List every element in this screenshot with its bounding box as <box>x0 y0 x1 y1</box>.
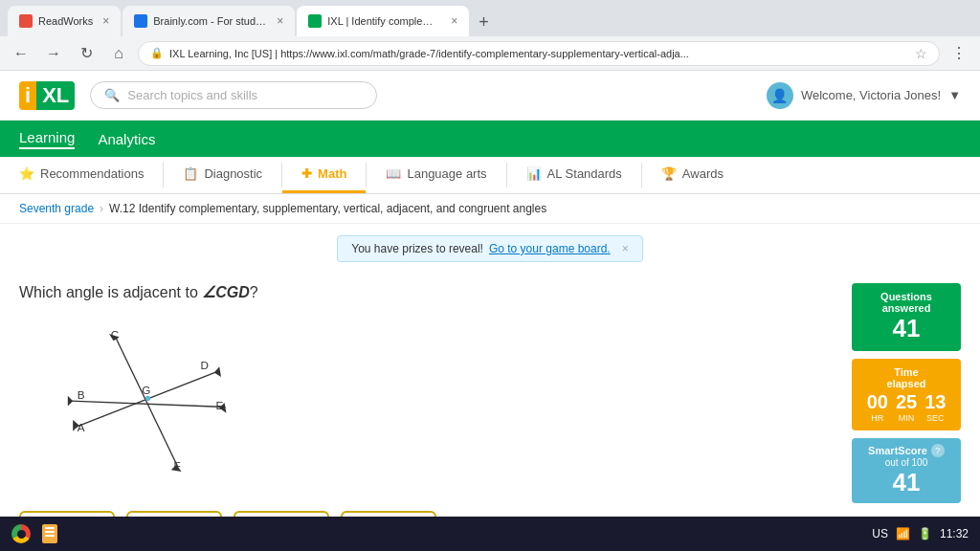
search-placeholder: Search topics and skills <box>127 88 257 102</box>
smart-score-sub: out of 100 <box>859 457 953 468</box>
address-bar[interactable]: 🔒 IXL Learning, Inc [US] | https://www.i… <box>138 41 940 66</box>
breadcrumb-current: W.12 Identify complementary, supplementa… <box>109 202 546 215</box>
math-icon: ✚ <box>301 166 312 181</box>
awards-label: Awards <box>682 166 724 181</box>
hours-unit: 00 HR <box>867 391 888 423</box>
bookmark-icon[interactable]: ☆ <box>915 46 927 61</box>
minutes-unit: 25 MIN <box>896 391 917 423</box>
questions-label: Questions <box>859 291 953 302</box>
sub-nav-recommendations[interactable]: ⭐ Recommendations <box>0 157 163 193</box>
docs-line-3 <box>45 535 55 537</box>
breadcrumb: Seventh grade › W.12 Identify complement… <box>0 194 980 224</box>
search-bar[interactable]: 🔍 Search topics and skills <box>90 81 377 109</box>
sub-nav: ⭐ Recommendations 📋 Diagnostic ✚ Math 📖 … <box>0 157 980 194</box>
stats-panel: Questions answered 41 Time elapsed 00 HR… <box>836 274 961 551</box>
answered-label: answered <box>859 302 953 314</box>
chrome-inner-taskbar <box>17 530 26 539</box>
smart-score-box: SmartScore ? out of 100 41 <box>852 438 961 503</box>
time-elapsed-box: Time elapsed 00 HR 25 MIN 13 SEC <box>852 359 961 430</box>
network-icon: 📶 <box>896 527 910 540</box>
extensions-button[interactable]: ⋮ <box>946 40 972 67</box>
breadcrumb-separator: › <box>100 202 103 215</box>
nav-analytics[interactable]: Analytics <box>98 131 155 147</box>
hours-value: 00 <box>867 391 888 413</box>
browser-controls: ← → ↻ ⌂ 🔒 IXL Learning, Inc [US] | https… <box>0 36 980 71</box>
question-area: Which angle is adjacent to ∠CGD? C D E B… <box>19 274 836 551</box>
sub-nav-math[interactable]: ✚ Math <box>282 157 366 193</box>
diagnostic-icon: 📋 <box>183 166 198 181</box>
smart-score-label: SmartScore <box>868 445 927 456</box>
arrow-d <box>214 366 221 377</box>
questions-value: 41 <box>859 314 953 343</box>
seconds-label: SEC <box>924 413 946 423</box>
new-tab-button[interactable]: + <box>471 9 497 36</box>
al-standards-label: AL Standards <box>547 166 622 181</box>
chrome-taskbar-icon <box>11 524 31 543</box>
tab-brainly[interactable]: Brainly.com - For students. By s × <box>122 6 295 36</box>
smart-info-icon[interactable]: ? <box>931 444 945 457</box>
forward-button[interactable]: → <box>40 40 67 67</box>
user-dropdown-icon[interactable]: ▼ <box>948 88 961 102</box>
user-area: 👤 Welcome, Victoria Jones! ▼ <box>767 82 961 109</box>
nav-learning[interactable]: Learning <box>19 129 75 149</box>
sub-nav-diagnostic[interactable]: 📋 Diagnostic <box>164 157 281 193</box>
seconds-value: 13 <box>924 391 946 413</box>
time-label: Time <box>859 366 953 378</box>
region-indicator: US <box>872 527 888 540</box>
arrow-b <box>68 396 73 407</box>
diagnostic-label: Diagnostic <box>204 166 262 181</box>
logo-xl: XL <box>36 81 75 110</box>
sub-nav-al-standards[interactable]: 📊 AL Standards <box>507 157 641 193</box>
question-text: Which angle is adjacent to ∠CGD? <box>19 283 836 301</box>
address-text: IXL Learning, Inc [US] | https://www.ixl… <box>169 48 689 59</box>
tab-close-brainly[interactable]: × <box>277 14 283 28</box>
sub-nav-awards[interactable]: 🏆 Awards <box>642 157 743 193</box>
minutes-value: 25 <box>896 391 917 413</box>
language-arts-label: Language arts <box>407 166 486 181</box>
elapsed-label: elapsed <box>859 378 953 389</box>
main-content: Which angle is adjacent to ∠CGD? C D E B… <box>0 274 980 551</box>
clock: 11:32 <box>940 527 969 540</box>
ixl-logo[interactable]: iXL <box>19 81 75 110</box>
recommendations-label: Recommendations <box>40 166 144 181</box>
docs-taskbar-icon <box>42 524 57 543</box>
seconds-unit: 13 SEC <box>924 391 946 423</box>
question-prefix: Which angle is adjacent to <box>19 284 202 300</box>
search-icon: 🔍 <box>104 88 120 102</box>
back-button[interactable]: ← <box>8 40 34 67</box>
breadcrumb-parent[interactable]: Seventh grade <box>19 202 94 215</box>
reload-button[interactable]: ↻ <box>73 40 100 67</box>
logo-i: i <box>19 81 36 110</box>
user-greeting[interactable]: Welcome, Victoria Jones! <box>801 88 941 102</box>
docs-line-2 <box>45 531 55 533</box>
math-label: Math <box>318 166 346 181</box>
docs-line-1 <box>45 527 55 529</box>
question-angle: ∠CGD <box>202 284 250 300</box>
tab-label-ixl: IXL | Identify complementary, su <box>327 15 441 27</box>
battery-icon: 🔋 <box>918 527 932 540</box>
tab-close-readworks[interactable]: × <box>102 14 109 28</box>
al-standards-icon: 📊 <box>526 166 542 181</box>
tab-close-ixl[interactable]: × <box>451 14 457 28</box>
tab-readworks[interactable]: ReadWorks × <box>8 6 121 36</box>
recommendations-icon: ⭐ <box>19 166 34 181</box>
lock-icon: 🔒 <box>150 47 164 59</box>
diagram-area: C D E B A F G <box>38 317 836 492</box>
user-avatar: 👤 <box>767 82 793 109</box>
point-b-label: B <box>78 388 85 401</box>
smart-score-header: SmartScore ? <box>859 444 953 457</box>
language-arts-icon: 📖 <box>386 166 401 181</box>
tab-favicon-ixl <box>308 14 322 28</box>
prize-banner: You have prizes to reveal! Go to your ga… <box>337 235 642 262</box>
prize-close-button[interactable]: × <box>622 242 629 255</box>
main-nav: Learning Analytics <box>0 121 980 157</box>
sub-nav-language-arts[interactable]: 📖 Language arts <box>367 157 505 193</box>
tab-label-readworks: ReadWorks <box>38 15 93 27</box>
home-button[interactable]: ⌂ <box>105 40 132 67</box>
taskbar: US 📶 🔋 11:32 <box>0 517 980 551</box>
point-g-label: G <box>142 384 150 396</box>
tab-ixl[interactable]: IXL | Identify complementary, su × <box>297 6 469 36</box>
geometry-diagram: C D E B A F G <box>38 317 249 489</box>
prize-text: You have prizes to reveal! <box>351 242 483 255</box>
prize-link[interactable]: Go to your game board. <box>489 242 611 255</box>
